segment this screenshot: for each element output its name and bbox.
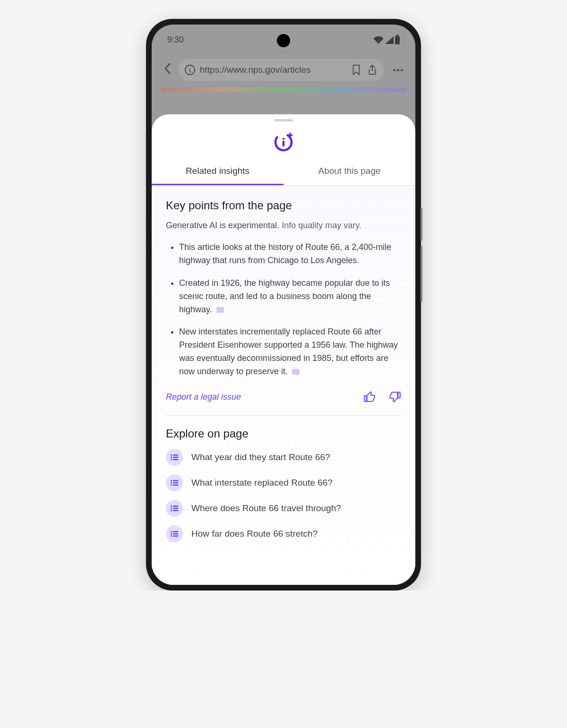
battery-icon [395, 36, 400, 44]
sheet-content: Key points from the page Generative AI i… [152, 186, 415, 585]
svg-rect-14 [173, 484, 178, 486]
key-points-list: This article looks at the history of Rou… [166, 241, 401, 378]
svg-rect-20 [173, 510, 178, 511]
explore-question: What interstate replaced Route 66? [191, 478, 333, 488]
svg-rect-17 [171, 508, 172, 509]
svg-rect-2 [283, 141, 285, 146]
bookmark-icon[interactable] [352, 65, 361, 75]
explore-list: What year did they start Route 66? What … [166, 449, 401, 542]
list-icon [166, 525, 183, 542]
camera-cutout [277, 34, 290, 47]
svg-rect-8 [173, 459, 178, 460]
svg-rect-3 [171, 454, 172, 456]
page-content-preview [160, 87, 407, 92]
svg-rect-21 [171, 531, 172, 532]
key-point-item: This article looks at the history of Rou… [179, 241, 401, 267]
thumbs-down-button[interactable] [389, 391, 401, 403]
svg-rect-16 [173, 505, 178, 507]
explore-title: Explore on page [166, 427, 401, 440]
svg-rect-22 [173, 531, 178, 532]
svg-rect-24 [173, 533, 178, 535]
status-time: 9:30 [165, 35, 184, 45]
explore-item[interactable]: How far does Route 66 stretch? [166, 525, 401, 542]
tab-related-insights[interactable]: Related insights [152, 159, 284, 185]
svg-point-1 [283, 138, 285, 140]
svg-rect-19 [171, 510, 172, 511]
svg-rect-9 [171, 480, 172, 481]
svg-rect-5 [171, 457, 172, 458]
drag-handle[interactable] [274, 119, 293, 121]
divider [166, 415, 401, 416]
tab-bar: Related insights About this page [152, 159, 415, 186]
explore-item[interactable]: What interstate replaced Route 66? [166, 474, 401, 491]
explore-question: Where does Route 66 travel through? [191, 503, 341, 514]
list-icon [166, 449, 183, 466]
key-points-title: Key points from the page [166, 199, 401, 212]
svg-rect-13 [171, 484, 172, 486]
explore-question: What year did they start Route 66? [191, 452, 330, 462]
more-menu-button[interactable] [388, 69, 408, 71]
citation-marker-icon[interactable] [292, 369, 300, 375]
site-info-icon[interactable]: i [185, 65, 195, 75]
cellular-icon [385, 36, 394, 44]
svg-rect-11 [171, 482, 172, 484]
phone-frame: 9:30 i https://www.nps.gov/articles [146, 19, 421, 591]
status-icons [373, 36, 402, 44]
svg-rect-26 [173, 535, 178, 537]
sge-sparkle-icon [152, 124, 415, 159]
feedback-row: Report a legal issue [166, 388, 401, 415]
back-button[interactable] [161, 63, 173, 77]
svg-rect-25 [171, 535, 172, 537]
list-icon [166, 474, 183, 491]
svg-rect-10 [173, 480, 178, 481]
wifi-icon [373, 36, 384, 44]
side-button [421, 246, 422, 302]
side-button [421, 208, 422, 241]
svg-rect-15 [171, 505, 172, 507]
url-text: https://www.nps.gov/articles [200, 65, 347, 75]
svg-rect-23 [171, 533, 172, 535]
svg-rect-6 [173, 457, 178, 458]
svg-rect-7 [171, 459, 172, 460]
key-point-item: New interstates incrementally replaced R… [179, 325, 401, 378]
explore-item[interactable]: What year did they start Route 66? [166, 449, 401, 466]
screen: 9:30 i https://www.nps.gov/articles [152, 25, 415, 585]
citation-marker-icon[interactable] [216, 307, 224, 313]
browser-toolbar: i https://www.nps.gov/articles [152, 50, 415, 87]
address-bar[interactable]: i https://www.nps.gov/articles [178, 59, 384, 81]
explore-question: How far does Route 66 stretch? [191, 529, 318, 539]
thumbs-up-button[interactable] [363, 391, 376, 403]
explore-item[interactable]: Where does Route 66 travel through? [166, 500, 401, 517]
svg-rect-4 [173, 454, 178, 456]
key-point-item: Created in 1926, the highway became popu… [179, 277, 401, 317]
share-icon[interactable] [368, 65, 377, 75]
tab-about-this-page[interactable]: About this page [284, 159, 415, 185]
bottom-sheet: Related insights About this page Key poi… [152, 114, 415, 585]
report-legal-link[interactable]: Report a legal issue [166, 392, 241, 402]
svg-rect-12 [173, 482, 178, 484]
ai-disclaimer: Generative AI is experimental. Info qual… [166, 221, 401, 231]
svg-rect-18 [173, 508, 178, 509]
list-icon [166, 500, 183, 517]
